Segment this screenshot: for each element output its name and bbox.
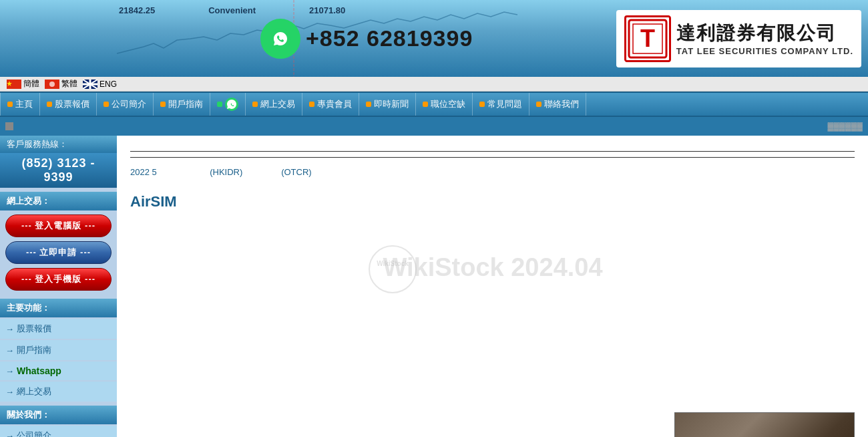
nav-vacancies-label: 職位空缺 <box>431 98 465 110</box>
sidebar-item-stock-quotes[interactable]: → 股票報價 <box>0 319 117 339</box>
sidebar-account-label: 開戶指南 <box>17 344 51 356</box>
nav-dot-company <box>103 102 109 107</box>
hotline-label: 客戶服務熱線： <box>0 136 117 153</box>
sidebar-whatsapp-label: Whatsapp <box>17 366 61 376</box>
nav-dot-account <box>160 102 166 107</box>
convenient-label: Convenient <box>208 5 256 15</box>
lang-simplified-label: 簡體 <box>23 78 39 90</box>
stock-num-right: 21071.80 <box>309 5 345 15</box>
announcement-bar: ▓▓▓▓▓▓ <box>0 117 868 136</box>
divider-top <box>130 151 855 152</box>
lang-english[interactable]: ENG <box>83 80 117 89</box>
nav-stock-label: 股票報價 <box>55 98 89 110</box>
nav-stock-quotes[interactable]: 股票報價 <box>40 93 97 116</box>
login-button-group: --- 登入電腦版 --- --- 立即申請 --- --- 登入手機版 --- <box>0 210 117 295</box>
nav-dot-premium <box>309 102 314 107</box>
nav-faq[interactable]: 常見問題 <box>473 93 529 116</box>
arrow-icon-trading: → <box>5 387 14 397</box>
lang-english-label: ENG <box>99 80 117 89</box>
nav-dot-news <box>366 102 371 107</box>
nav-account-label: 開戶指南 <box>168 98 203 110</box>
nav-vacancies[interactable]: 職位空缺 <box>416 93 473 116</box>
lang-simplified[interactable]: 簡體 <box>7 78 39 90</box>
airsim-label: AirSIM <box>130 193 855 210</box>
stock-num-left: 21842.25 <box>119 5 155 15</box>
sidebar-item-whatsapp[interactable]: → Whatsapp <box>0 361 117 380</box>
svg-point-13 <box>369 246 416 293</box>
main-functions-header: 主要功能： <box>0 299 117 317</box>
svg-point-7 <box>49 82 55 87</box>
stock-numbers: 21842.25 Convenient 21071.80 <box>119 5 345 15</box>
sidebar-stock-label: 股票報價 <box>17 323 51 335</box>
nav-online-trading[interactable]: 網上交易 <box>246 93 302 116</box>
nav-home-label: 主頁 <box>15 98 33 110</box>
sidebar: 客戶服務熱線： (852) 3123 - 9399 網上交易： --- 登入電腦… <box>0 136 117 437</box>
mobile-login-button[interactable]: --- 登入手機版 --- <box>5 268 112 291</box>
arrow-icon-stock: → <box>5 324 14 334</box>
nav-dot-home <box>7 102 13 107</box>
nav-trading-label: 網上交易 <box>260 98 295 110</box>
phone-number: +852 62819399 <box>306 25 473 51</box>
logo-english: TAT LEE SECURITIES COMPANY LTD. <box>676 46 853 56</box>
svg-text:T: T <box>640 25 655 52</box>
nav-contact-label: 聯絡我們 <box>544 98 579 110</box>
nav-company-label: 公司簡介 <box>112 98 146 110</box>
sidebar-item-account-guide[interactable]: → 開戶指南 <box>0 340 117 360</box>
nav-dot-whatsapp <box>217 102 222 107</box>
office-image-inner: 達利證券 TAT LEE SECURITIES <box>675 413 854 437</box>
language-bar: 簡體 繁體 ENG <box>0 77 868 92</box>
navigation-bar: 主頁 股票報價 公司簡介 開戶指南 網上交易 專貴會員 即時新聞 職位空缺 <box>0 92 868 117</box>
nav-contact[interactable]: 聯絡我們 <box>529 93 586 116</box>
nav-account-guide[interactable]: 開戶指南 <box>154 93 210 116</box>
nav-dot-trading <box>252 102 258 107</box>
arrow-icon-whatsapp: → <box>5 366 14 376</box>
desktop-login-button[interactable]: --- 登入電腦版 --- <box>5 214 112 237</box>
hotline-number: (852) 3123 - 9399 <box>0 153 117 188</box>
header: 21842.25 Convenient 21071.80 +852 628193… <box>0 0 868 77</box>
arrow-icon-account: → <box>5 345 14 355</box>
sidebar-company-label: 公司簡介 <box>17 430 51 437</box>
nav-premium-member[interactable]: 專貴會員 <box>302 93 359 116</box>
nav-premium-label: 專貴會員 <box>317 98 352 110</box>
sidebar-item-online-trading[interactable]: → 網上交易 <box>0 382 117 402</box>
announce-icon <box>5 122 13 130</box>
nav-news-label: 即時新聞 <box>374 98 409 110</box>
sidebar-trading-label: 網上交易 <box>17 386 51 398</box>
nav-dot-faq <box>479 102 485 107</box>
sidebar-item-company-intro[interactable]: → 公司簡介 <box>0 426 117 437</box>
content-area: 2022 5 (HKIDR) (OTCR) WikiStock WikiStoc… <box>117 136 868 437</box>
online-trading-section-header: 網上交易： <box>0 192 117 210</box>
company-logo-icon: T <box>624 15 671 62</box>
arrow-icon-company: → <box>5 431 14 438</box>
logo-text: 達利證券有限公司 TAT LEE SECURITIES COMPANY LTD. <box>676 21 853 56</box>
whatsapp-icon <box>260 19 300 59</box>
lang-traditional-label: 繁體 <box>61 78 77 90</box>
svg-text:WikiStock 2024.04: WikiStock 2024.04 <box>383 253 602 281</box>
nav-faq-label: 常見問題 <box>487 98 522 110</box>
nav-whatsapp-icon <box>225 98 238 111</box>
watermark: WikiStock WikiStock 2024.04 <box>366 243 620 302</box>
divider-second <box>130 157 855 158</box>
whatsapp-phone-block[interactable]: +852 62819399 <box>260 19 473 59</box>
nav-news[interactable]: 即時新聞 <box>359 93 416 116</box>
nav-dot-contact <box>536 102 541 107</box>
apply-now-button[interactable]: --- 立即申請 --- <box>5 241 112 264</box>
about-section-header: 關於我們： <box>0 406 117 424</box>
main-layout: 客戶服務熱線： (852) 3123 - 9399 網上交易： --- 登入電腦… <box>0 136 868 437</box>
announce-right-decoration: ▓▓▓▓▓▓ <box>828 122 863 131</box>
content-date-text: 2022 5 (HKIDR) (OTCR) <box>130 164 855 180</box>
nav-company-intro[interactable]: 公司簡介 <box>97 93 154 116</box>
logo-wrapper: T 達利證券有限公司 TAT LEE SECURITIES COMPANY LT… <box>616 10 861 67</box>
logo-chinese: 達利證券有限公司 <box>676 21 837 46</box>
office-image: 達利證券 TAT LEE SECURITIES <box>674 412 855 437</box>
nav-whatsapp[interactable] <box>210 93 246 116</box>
nav-dot-vacancies <box>423 102 428 107</box>
logo-area: T 達利證券有限公司 TAT LEE SECURITIES COMPANY LT… <box>616 10 861 67</box>
nav-home[interactable]: 主頁 <box>0 93 40 116</box>
nav-dot-stock <box>47 102 52 107</box>
svg-text:WikiStock: WikiStock <box>377 260 409 267</box>
lang-traditional[interactable]: 繁體 <box>45 78 77 90</box>
